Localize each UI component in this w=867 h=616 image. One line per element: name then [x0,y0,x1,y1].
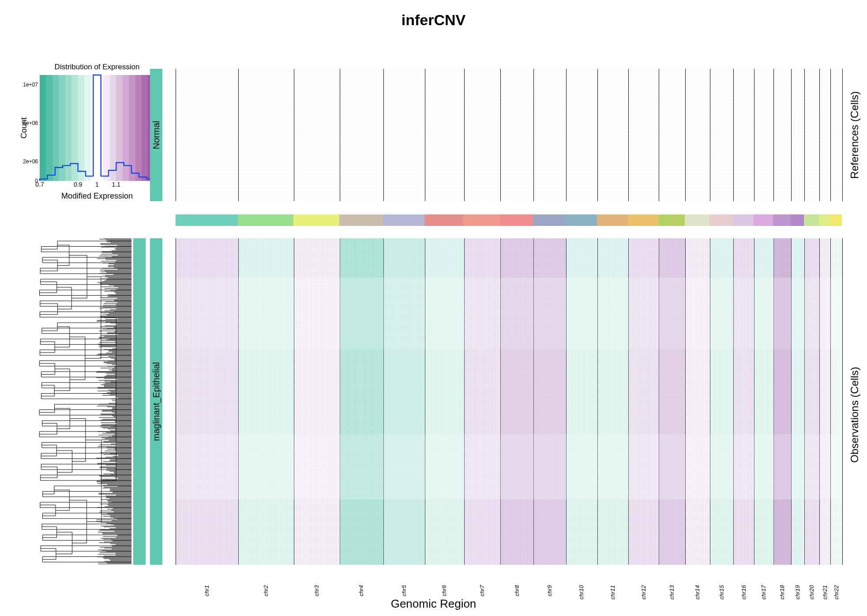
chrom-separator [425,69,425,201]
chrom-bar-seg-chr14 [685,214,709,226]
chrom-tick-chr7: chr7 [478,585,485,596]
dendrogram [13,238,131,565]
chrom-separator [464,69,465,201]
chrom-separator [733,69,734,201]
annot-strip-reference: Normal [150,69,162,201]
chrom-separator [597,69,598,201]
chrom-bar-seg-chr4 [339,214,383,226]
chrom-bar-seg-chr22 [830,214,842,226]
chrom-separator [754,69,754,201]
chrom-bar-seg-chr3 [293,214,339,226]
chrom-separator [340,69,340,201]
legend-histogram [40,75,154,181]
chrom-bar-seg-chr18 [773,214,791,226]
chrom-tick-chr3: chr3 [313,585,319,596]
chrom-separator [383,69,384,201]
chrom-separator [773,69,774,201]
chrom-separator [533,69,534,201]
chrom-separator [685,69,686,201]
chromosome-colorbar [176,214,842,226]
reference-heatmap [176,69,842,201]
chrom-tick-chr5: chr5 [400,585,407,596]
chrom-bar-seg-chr11 [597,214,628,226]
chrom-bar-seg-chr17 [754,214,773,226]
chrom-bar-seg-chr13 [658,214,685,226]
chrom-bar-seg-chr6 [424,214,464,226]
observation-heatmap-panel [176,238,843,565]
chrom-bar-seg-chr12 [628,214,658,226]
legend-x-tick: 1 [95,181,99,188]
chrom-tick-chr6: chr6 [441,585,447,596]
annot-label-reference: Normal [151,121,161,149]
chrom-separator [710,69,710,201]
obs-row-band [176,238,842,278]
chrom-separator [500,69,501,201]
chrom-bar-seg-chr8 [500,214,533,226]
chrom-separator [566,69,567,201]
chrom-separator [819,69,820,201]
legend-y-tick: 0 [35,178,38,184]
chrom-bar-seg-chr10 [566,214,597,226]
legend-title: Distribution of Expression [40,63,154,71]
x-axis-label: Genomic Region [0,597,867,611]
chrom-bar-seg-chr5 [383,214,424,226]
chrom-separator [238,69,239,201]
legend-xlabel: Modified Expression [40,192,154,201]
legend-x-ticks: 0.70.911.11.3 [40,181,154,191]
chrom-separator [791,69,792,201]
obs-row-band [176,278,842,349]
legend-x-tick: 1.1 [112,181,120,188]
obs-row-band [176,349,842,434]
chrom-bar-seg-chr20 [804,214,819,226]
chrom-separator [628,69,629,201]
right-label-observations: Observations (Cells) [848,367,861,462]
chrom-tick-chr8: chr8 [513,585,520,596]
annot-strip-observation-outer [133,238,146,565]
right-label-references: References (Cells) [848,91,861,179]
chrom-bar-seg-chr19 [791,214,804,226]
chrom-tick-chr1: chr1 [203,585,210,596]
chrom-separator [294,69,294,201]
chrom-tick-chr9: chr9 [546,585,553,596]
obs-row-band [176,500,842,565]
chrom-separator [659,69,659,201]
reference-heatmap-panel [176,69,843,201]
infercnv-figure: inferCNV Distribution of Expression Coun… [0,0,867,616]
legend-y-tick: 6e+06 [23,120,38,126]
chrom-bar-seg-chr15 [709,214,733,226]
legend-y-tick: 1e+07 [23,82,38,88]
chromosome-tick-labels: chr1chr2chr3chr4chr5chr6chr7chr8chr9chr1… [176,568,842,586]
chrom-bar-seg-chr2 [238,214,293,226]
legend-histogram-line [40,75,154,181]
chrom-separator [804,69,805,201]
annot-label-observation: maglinant_Epithelial [151,362,161,441]
chrom-bar-seg-chr1 [176,214,238,226]
expression-legend: Distribution of Expression Count Modifie… [40,75,154,181]
chrom-bar-seg-chr21 [819,214,830,226]
legend-x-tick: 0.9 [74,181,82,188]
chrom-bar-seg-chr7 [464,214,500,226]
chrom-bar-seg-chr9 [533,214,566,226]
annot-strip-observation-inner: maglinant_Epithelial [150,238,162,565]
chrom-bar-seg-chr16 [733,214,754,226]
legend-y-tick: 2e+06 [23,158,38,165]
chrom-tick-chr2: chr2 [262,585,269,596]
obs-row-band [176,434,842,500]
figure-title: inferCNV [0,11,867,29]
chrom-tick-chr4: chr4 [358,585,364,596]
chrom-separator [830,69,831,201]
